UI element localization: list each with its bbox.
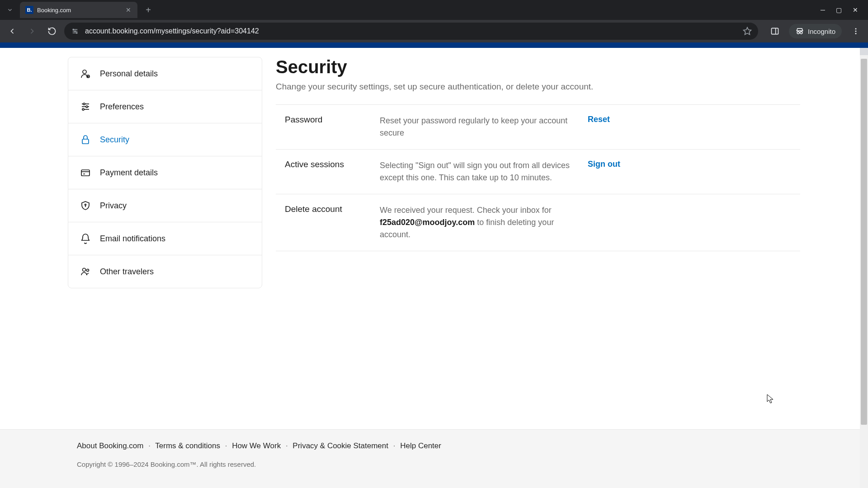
row-delete-account: Delete account We received your request.…	[276, 194, 800, 251]
settings-sidebar: Personal details Preferences Security Pa…	[68, 57, 262, 288]
close-tab-icon[interactable]: ✕	[125, 6, 132, 14]
maximize-icon[interactable]: ▢	[836, 6, 842, 14]
browser-chrome: B. Booking.com ✕ + ─ ▢ ✕ account.booking…	[0, 0, 868, 42]
sidebar-item-preferences[interactable]: Preferences	[68, 90, 262, 123]
separator: ·	[225, 441, 227, 450]
people-icon	[80, 266, 91, 277]
sliders-icon	[80, 101, 91, 112]
address-bar[interactable]: account.booking.com/mysettings/security?…	[64, 23, 758, 40]
brand-header-bar	[0, 42, 868, 48]
sidebar-item-other-travelers[interactable]: Other travelers	[68, 255, 262, 288]
svg-point-0	[73, 29, 74, 30]
row-description: Reset your password regularly to keep yo…	[380, 115, 588, 139]
browser-tab[interactable]: B. Booking.com ✕	[20, 2, 137, 18]
back-button[interactable]	[5, 23, 20, 39]
separator: ·	[148, 441, 151, 450]
svg-point-8	[855, 28, 857, 29]
svg-point-16	[83, 103, 85, 105]
side-panel-icon[interactable]	[767, 23, 783, 39]
footer-link-how-we-work[interactable]: How We Work	[232, 441, 281, 450]
footer-link-help-center[interactable]: Help Center	[400, 441, 441, 450]
kebab-menu-icon[interactable]	[848, 23, 863, 39]
bookmark-star-icon[interactable]	[743, 27, 752, 36]
row-description: We received your request. Check your inb…	[380, 204, 588, 241]
sidebar-item-payment-details[interactable]: Payment details	[68, 156, 262, 189]
scrollbar-up-arrow[interactable]	[860, 48, 868, 55]
page-subtitle: Change your security settings, set up se…	[276, 82, 800, 92]
page-title: Security	[276, 57, 800, 77]
delete-desc-pre: We received your request. Check your inb…	[380, 206, 552, 215]
row-label: Password	[276, 115, 380, 125]
svg-point-2	[76, 33, 77, 33]
svg-point-1	[75, 31, 75, 32]
reset-password-link[interactable]: Reset	[588, 115, 619, 124]
separator: ·	[393, 441, 396, 450]
svg-point-9	[855, 31, 857, 32]
incognito-chip[interactable]: Incognito	[789, 24, 842, 38]
sign-out-link[interactable]: Sign out	[588, 160, 629, 169]
url-text: account.booking.com/mysettings/security?…	[85, 27, 737, 35]
footer-links: About Booking.com · Terms & conditions ·…	[77, 441, 791, 450]
person-icon	[80, 68, 91, 79]
svg-point-7	[800, 32, 802, 34]
bell-icon	[80, 233, 91, 244]
credit-card-icon	[80, 167, 91, 178]
svg-point-24	[83, 268, 86, 272]
site-info-icon[interactable]	[71, 27, 80, 36]
sidebar-item-email-notifications[interactable]: Email notifications	[68, 222, 262, 255]
footer-link-privacy[interactable]: Privacy & Cookie Statement	[292, 441, 388, 450]
close-window-icon[interactable]: ✕	[853, 6, 858, 14]
svg-point-10	[855, 33, 857, 34]
copyright-text: Copyright © 1996–2024 Booking.com™. All …	[77, 460, 791, 468]
window-controls: ─ ▢ ✕	[821, 6, 864, 14]
browser-toolbar: account.booking.com/mysettings/security?…	[0, 20, 868, 42]
footer-link-about[interactable]: About Booking.com	[77, 441, 143, 450]
main-content: Security Change your security settings, …	[276, 57, 800, 429]
sidebar-item-privacy[interactable]: Privacy	[68, 189, 262, 222]
tab-search-dropdown[interactable]	[4, 4, 16, 16]
incognito-icon	[795, 27, 804, 36]
row-label: Active sessions	[276, 160, 380, 169]
svg-point-11	[83, 70, 86, 74]
sidebar-item-personal-details[interactable]: Personal details	[68, 57, 262, 90]
favicon: B.	[25, 6, 33, 14]
shield-icon	[80, 200, 91, 211]
sidebar-item-label: Other travelers	[100, 267, 154, 277]
sidebar-item-label: Privacy	[100, 201, 127, 211]
lock-icon	[80, 134, 91, 145]
forward-button[interactable]	[24, 23, 40, 39]
svg-point-23	[85, 204, 86, 206]
incognito-label: Incognito	[808, 28, 835, 35]
page-footer: About Booking.com · Terms & conditions ·…	[0, 429, 868, 488]
sidebar-item-label: Payment details	[100, 168, 158, 178]
separator: ·	[286, 441, 288, 450]
row-label: Delete account	[276, 204, 380, 214]
scrollbar-thumb[interactable]	[861, 59, 867, 425]
svg-rect-4	[772, 28, 778, 34]
svg-marker-3	[744, 28, 751, 35]
row-active-sessions: Active sessions Selecting "Sign out" wil…	[276, 149, 800, 194]
reload-button[interactable]	[44, 23, 60, 39]
delete-email: f25ad020@moodjoy.com	[380, 218, 475, 227]
svg-rect-19	[82, 139, 89, 144]
sidebar-item-security[interactable]: Security	[68, 123, 262, 156]
svg-point-25	[87, 269, 89, 272]
sidebar-item-label: Security	[100, 135, 129, 145]
svg-point-6	[797, 32, 799, 34]
row-description: Selecting "Sign out" will sign you out f…	[380, 160, 588, 184]
minimize-icon[interactable]: ─	[821, 6, 825, 14]
new-tab-button[interactable]: +	[142, 4, 155, 16]
svg-point-17	[86, 106, 88, 108]
footer-link-terms[interactable]: Terms & conditions	[155, 441, 220, 450]
row-password: Password Reset your password regularly t…	[276, 104, 800, 149]
svg-rect-20	[81, 170, 90, 176]
tab-title: Booking.com	[37, 7, 121, 14]
sidebar-item-label: Email notifications	[100, 234, 165, 244]
sidebar-item-label: Personal details	[100, 69, 158, 79]
sidebar-item-label: Preferences	[100, 102, 144, 112]
svg-point-18	[82, 108, 84, 110]
tab-strip: B. Booking.com ✕ + ─ ▢ ✕	[0, 0, 868, 20]
